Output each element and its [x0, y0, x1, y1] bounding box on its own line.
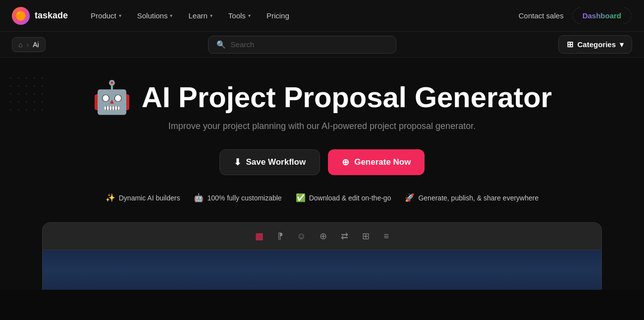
toolbar-globe-icon[interactable]: ⊕	[317, 229, 330, 244]
save-workflow-button[interactable]: ⬇ Save Workflow	[219, 149, 321, 175]
hero-subtitle: Improve your project planning with our A…	[168, 121, 476, 131]
search-icon: 🔍	[216, 40, 226, 49]
nav-solutions[interactable]: Solutions ▾	[130, 7, 180, 24]
logo-icon: 🟠	[12, 7, 30, 25]
breadcrumb-separator: ›	[26, 41, 29, 49]
nav-product[interactable]: Product ▾	[84, 7, 128, 24]
robot-emoji: 🤖	[92, 81, 132, 113]
chevron-down-icon: ▾	[620, 40, 624, 49]
toolbar-share-icon[interactable]: ⇄	[338, 229, 351, 244]
chevron-down-icon: ▾	[248, 13, 251, 18]
rocket-icon: 🚀	[405, 193, 415, 202]
search-placeholder: Search	[231, 40, 255, 49]
nav-right: Contact sales Dashboard	[519, 6, 632, 25]
home-breadcrumb[interactable]: ⌂ › Ai	[12, 37, 46, 52]
search-area: 🔍 Search	[54, 36, 551, 54]
dashboard-button[interactable]: Dashboard	[572, 6, 632, 25]
nav-learn[interactable]: Learn ▾	[181, 7, 219, 24]
check-icon: ✅	[296, 193, 306, 202]
nav-pricing[interactable]: Pricing	[260, 7, 296, 24]
grid-icon: ⊞	[567, 40, 573, 49]
home-icon: ⌂	[18, 41, 22, 49]
breadcrumb-bar: ⌂ › Ai 🔍 Search ⊞ Categories ▾	[0, 32, 644, 58]
sparkle-icon: ✨	[106, 193, 115, 202]
feature-label-2: Download & edit on-the-go	[309, 194, 391, 202]
categories-button[interactable]: ⊞ Categories ▾	[558, 35, 632, 54]
toolbar-text-icon[interactable]: ⁋	[274, 229, 286, 244]
chevron-down-icon: ▾	[119, 13, 121, 18]
feature-badge-3: 🚀 Generate, publish, & share everywhere	[405, 193, 538, 202]
feature-badge-1: 🤖 100% fully customizable	[194, 193, 281, 202]
feature-badges: ✨ Dynamic AI builders 🤖 100% fully custo…	[106, 193, 539, 202]
feature-label-1: 100% fully customizable	[207, 194, 281, 202]
feature-label-0: Dynamic AI builders	[119, 194, 180, 202]
preview-body	[43, 250, 601, 290]
preview-panel: ▦ ⁋ ☺ ⊕ ⇄ ⊞ ≡	[42, 222, 602, 290]
generate-now-button[interactable]: ⊕ Generate Now	[328, 149, 425, 175]
nav-tools[interactable]: Tools ▾	[221, 7, 258, 24]
toolbar-grid-icon[interactable]: ⊞	[359, 229, 373, 244]
preview-toolbar: ▦ ⁋ ☺ ⊕ ⇄ ⊞ ≡	[43, 223, 601, 250]
chevron-down-icon: ▾	[170, 13, 172, 18]
robot-icon: 🤖	[194, 193, 204, 202]
feature-badge-2: ✅ Download & edit on-the-go	[296, 193, 391, 202]
hero-title: AI Project Proposal Generator	[142, 81, 552, 113]
nav-links: Product ▾ Solutions ▾ Learn ▾ Tools ▾ Pr…	[84, 7, 519, 24]
search-box[interactable]: 🔍 Search	[208, 36, 396, 54]
dot-grid-decoration	[10, 77, 48, 115]
toolbar-list-icon[interactable]: ≡	[380, 229, 392, 244]
feature-badge-0: ✨ Dynamic AI builders	[106, 193, 180, 202]
chevron-down-icon: ▾	[210, 13, 213, 18]
logo-text: taskade	[35, 10, 68, 21]
toolbar-emoji-icon[interactable]: ☺	[294, 229, 309, 244]
save-icon: ⬇	[234, 157, 241, 168]
contact-sales-link[interactable]: Contact sales	[519, 11, 564, 20]
logo-link[interactable]: 🟠 taskade	[12, 7, 68, 25]
main-content: 🤖 AI Project Proposal Generator Improve …	[0, 58, 644, 290]
hero-title-row: 🤖 AI Project Proposal Generator	[92, 81, 552, 113]
breadcrumb-current: Ai	[33, 41, 39, 49]
hero-buttons: ⬇ Save Workflow ⊕ Generate Now	[219, 149, 425, 175]
generate-icon: ⊕	[342, 157, 349, 168]
main-nav: 🟠 taskade Product ▾ Solutions ▾ Learn ▾ …	[0, 0, 644, 32]
feature-label-3: Generate, publish, & share everywhere	[418, 194, 538, 202]
toolbar-layers-icon[interactable]: ▦	[252, 229, 267, 244]
